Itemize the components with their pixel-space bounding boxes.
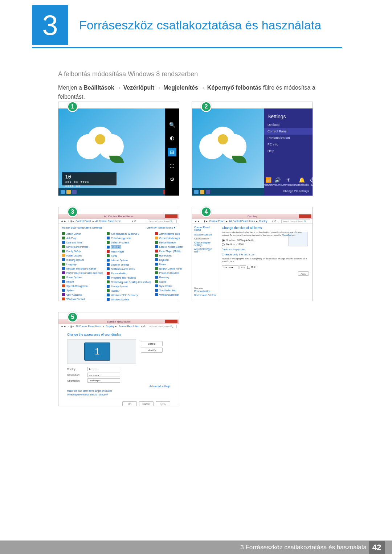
apply-button[interactable]: Apply: [156, 401, 170, 406]
cp-item[interactable]: Storage Spaces: [107, 284, 151, 288]
settings-icon-notifications[interactable]: 🔔Notifications: [295, 177, 309, 186]
cp-item[interactable]: Troubleshooting: [155, 288, 183, 292]
cp-item[interactable]: Administrative Tools: [155, 231, 183, 236]
cp-item[interactable]: Network and Sharing Center: [62, 266, 103, 271]
search-input[interactable]: Search Control Panel 🔍: [281, 219, 310, 223]
cp-item[interactable]: Add features to Windows 8: [107, 231, 151, 236]
cp-item[interactable]: NVIDIA Control Panel: [155, 266, 183, 271]
cp-item[interactable]: Display: [107, 245, 151, 249]
resolution-dropdown[interactable]: •••• × •••• ▾: [87, 373, 120, 377]
settings-icon-unavailable[interactable]: ☀Unavailable: [282, 177, 295, 186]
charm-settings-icon[interactable]: ⚙: [169, 176, 175, 182]
cp-item[interactable]: Default Programs: [107, 240, 151, 245]
crumb-cp[interactable]: Control Panel: [75, 220, 91, 222]
cp-item[interactable]: Location Settings: [107, 262, 151, 267]
side-change-display[interactable]: Change display settings: [194, 241, 216, 247]
cp-item[interactable]: Windows 7 File Recovery: [107, 293, 151, 297]
cp-item[interactable]: User Accounts: [62, 292, 103, 297]
cp-item[interactable]: Programs and Features: [107, 275, 151, 280]
settings-item-controlpanel[interactable]: Control Panel: [264, 128, 313, 135]
crumb-res[interactable]: Screen Resolution: [118, 325, 139, 328]
side-calibrate[interactable]: Calibrate color: [194, 237, 216, 241]
cp-item[interactable]: Devices and Printers: [62, 245, 103, 249]
cp-item[interactable]: HomeGroup: [155, 253, 183, 258]
cp-item[interactable]: [155, 297, 183, 301]
charm-search-icon[interactable]: 🔍: [169, 122, 175, 128]
item-dropdown[interactable]: Title bars ▾: [222, 265, 238, 269]
cp-item[interactable]: Flash Player (32-bit): [155, 249, 183, 253]
identify-button[interactable]: Identify: [141, 348, 163, 353]
cp-item[interactable]: Notification Area Icons: [107, 267, 151, 271]
taskbar-app-icon[interactable]: [72, 190, 77, 194]
side-cleartype[interactable]: Adjust ClearType text: [194, 247, 216, 254]
apply-button[interactable]: Apply: [298, 271, 309, 276]
display-dropdown[interactable]: 1. ••••••••: [87, 367, 120, 371]
detect-button[interactable]: Detect: [141, 341, 163, 346]
breadcrumb-bar[interactable]: ◄ ►↑▮ ▸ Control Panel▸ All Control Panel…: [192, 219, 313, 224]
taskbar-explorer-icon[interactable]: [66, 190, 71, 194]
cp-item[interactable]: Windows Update: [107, 297, 151, 301]
cp-item[interactable]: Flash Player: [107, 249, 151, 254]
cp-item[interactable]: Power Options: [62, 275, 103, 279]
cp-item[interactable]: Color Management: [107, 236, 151, 240]
crumb-cp[interactable]: Control Panel: [209, 220, 224, 222]
settings-item-help[interactable]: Help: [268, 148, 309, 154]
size-dropdown[interactable]: 11 ▾: [240, 265, 246, 269]
settings-item-desktop[interactable]: Desktop: [268, 122, 309, 128]
search-input[interactable]: Search Control Panel 🔍: [148, 219, 177, 223]
radio-smaller[interactable]: [222, 239, 225, 242]
cp-item[interactable]: Folder Options: [62, 253, 103, 258]
custom-sizing-link[interactable]: Custom sizing options: [222, 248, 309, 251]
side-adjust-resolution[interactable]: Adjust resolution: [194, 233, 216, 237]
cp-item[interactable]: Windows Firewall: [62, 297, 103, 301]
charm-start-icon[interactable]: ⊞: [168, 148, 176, 156]
text-larger-link[interactable]: Make text and other items larger or smal…: [67, 390, 170, 392]
settings-item-personalization[interactable]: Personalization: [268, 135, 309, 141]
cp-item[interactable]: Taskbar: [107, 288, 151, 293]
cp-item[interactable]: Performance Information and Tools: [62, 271, 103, 275]
cancel-button[interactable]: Cancel: [139, 401, 154, 406]
breadcrumb-bar[interactable]: ◄ ►↑▮ ▸ All Control Panel Items▸ Display…: [58, 324, 179, 329]
cp-item[interactable]: AutoPlay: [62, 236, 103, 240]
charm-devices-icon[interactable]: 🖵: [169, 163, 175, 169]
cp-item[interactable]: Family Safety: [62, 249, 103, 253]
cp-item[interactable]: Personalization: [107, 271, 151, 275]
cp-item[interactable]: Phone and Modem: [155, 271, 183, 275]
cp-item[interactable]: Mouse: [155, 262, 183, 266]
cp-item[interactable]: Date and Time: [62, 240, 103, 245]
magnifier-link[interactable]: Magnifier: [282, 234, 291, 236]
breadcrumb-bar[interactable]: ◄ ►↑▮ ▸ Control Panel▸ All Control Panel…: [58, 219, 179, 224]
sidebar-header[interactable]: Control Panel Home: [194, 226, 216, 231]
see-also-personalization[interactable]: Personalization: [194, 289, 216, 293]
cp-item[interactable]: Indexing Options: [62, 258, 103, 262]
taskbar[interactable]: [58, 188, 179, 196]
cp-item[interactable]: Windows Defender: [155, 292, 183, 297]
radio-medium[interactable]: [222, 243, 225, 246]
crumb-display[interactable]: Display: [259, 220, 268, 222]
cp-item[interactable]: Fonts: [107, 254, 151, 258]
crumb-all[interactable]: All Control Panel Items: [75, 325, 101, 328]
see-also-devices[interactable]: Devices and Printers: [194, 293, 216, 297]
cp-item[interactable]: Sync Center: [155, 284, 183, 288]
taskbar-ie-icon[interactable]: [61, 190, 65, 194]
crumb-all[interactable]: All Control Panel Items: [95, 220, 121, 222]
orientation-dropdown[interactable]: Landscape ▾: [87, 378, 120, 383]
monitor-preview[interactable]: 1: [84, 342, 110, 361]
which-settings-link[interactable]: What display settings should I choose?: [67, 393, 170, 396]
cp-item[interactable]: Action Center: [62, 231, 103, 236]
cp-item[interactable]: System: [62, 288, 103, 292]
cp-item[interactable]: Keyboard: [155, 258, 183, 262]
view-by[interactable]: View by: Small icons ▾: [147, 226, 175, 229]
settings-icon-network[interactable]: 📶Network: [264, 177, 273, 186]
taskbar-app-icon[interactable]: [206, 190, 210, 194]
cp-item[interactable]: Sound: [155, 279, 183, 284]
cp-item[interactable]: Recovery: [155, 275, 183, 279]
ok-button[interactable]: OK: [122, 401, 137, 406]
settings-icon-volume[interactable]: 🔊Volume: [273, 177, 282, 186]
taskbar-explorer-icon[interactable]: [200, 190, 204, 194]
cp-item[interactable]: Internet Options: [107, 258, 151, 262]
bold-checkbox[interactable]: [247, 266, 250, 269]
taskbar-ie-icon[interactable]: [194, 190, 199, 194]
cp-item[interactable]: Ease of Access Center: [155, 245, 183, 249]
cp-item[interactable]: Region: [62, 279, 103, 284]
